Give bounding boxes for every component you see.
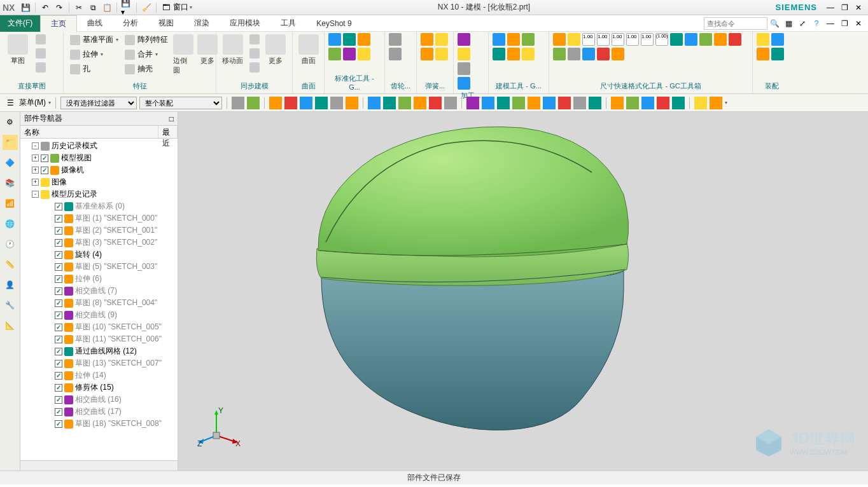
tree-item[interactable]: -历史记录模式 bbox=[20, 140, 178, 152]
tree-item[interactable]: 拉伸 (6) bbox=[20, 273, 178, 285]
tree-item[interactable]: 通过曲线网格 (12) bbox=[20, 345, 178, 357]
tab-curve[interactable]: 曲线 bbox=[77, 15, 113, 32]
drafting-icon[interactable]: 📐 bbox=[3, 318, 18, 333]
checkbox[interactable] bbox=[55, 203, 62, 210]
checkbox[interactable] bbox=[55, 312, 62, 319]
checkbox[interactable] bbox=[55, 348, 62, 355]
tree-item[interactable]: 相交曲线 (16) bbox=[20, 394, 178, 406]
checkbox[interactable] bbox=[55, 336, 62, 343]
undo-icon[interactable]: ↶ bbox=[39, 2, 51, 13]
tree-item[interactable]: 旋转 (4) bbox=[20, 249, 178, 261]
tab-app[interactable]: 应用模块 bbox=[220, 15, 270, 32]
checkbox[interactable] bbox=[55, 275, 62, 283]
tab-render[interactable]: 渲染 bbox=[184, 15, 220, 32]
checkbox[interactable] bbox=[41, 167, 48, 174]
hd3d-icon[interactable]: 📶 bbox=[3, 196, 18, 211]
window-icon[interactable]: 🗔 bbox=[160, 2, 172, 13]
checkbox[interactable] bbox=[55, 299, 62, 307]
roles-icon[interactable]: 👤 bbox=[3, 277, 18, 292]
nav-tab-icon[interactable]: 📁 bbox=[3, 135, 18, 150]
file-menu[interactable]: 文件(F) bbox=[0, 15, 40, 32]
cut-icon[interactable]: ✂ bbox=[73, 2, 85, 13]
tree-item[interactable]: 草图 (8) "SKETCH_004" bbox=[20, 297, 178, 309]
tab-keyshot[interactable]: KeyShot 9 bbox=[306, 15, 361, 32]
save2-icon[interactable]: 💾▾ bbox=[121, 2, 132, 13]
checkbox[interactable] bbox=[55, 263, 62, 271]
moveface-button[interactable]: 移动面 bbox=[220, 33, 246, 67]
tree-item[interactable]: -模型历史记录 bbox=[20, 188, 178, 200]
save-icon[interactable]: 💾 bbox=[20, 2, 31, 13]
reuse-icon[interactable]: 📚 bbox=[3, 175, 18, 191]
nav-close-icon[interactable]: □ bbox=[169, 114, 174, 123]
tree-item[interactable]: 拉伸 (14) bbox=[20, 369, 178, 381]
sketch-sm3[interactable] bbox=[33, 61, 48, 74]
tree-item[interactable]: 修剪体 (15) bbox=[20, 381, 178, 394]
checkbox[interactable] bbox=[55, 384, 62, 392]
nav-scrollbar[interactable] bbox=[20, 460, 178, 470]
doc-minimize-button[interactable]: — bbox=[824, 17, 837, 30]
expand-icon[interactable]: + bbox=[32, 167, 39, 174]
checkbox[interactable] bbox=[55, 420, 62, 428]
checkbox[interactable] bbox=[55, 324, 62, 331]
chamfer-button[interactable]: 边倒圆 bbox=[172, 33, 195, 76]
checkbox[interactable] bbox=[55, 227, 62, 235]
copy-icon[interactable]: ⧉ bbox=[87, 2, 99, 13]
help-icon[interactable]: ? bbox=[810, 17, 823, 30]
tree-item[interactable]: 草图 (18) "SKETCH_008" bbox=[20, 418, 178, 430]
hole[interactable]: 孔 bbox=[67, 62, 121, 76]
close-button[interactable]: ✕ bbox=[852, 2, 865, 13]
expand-icon[interactable]: - bbox=[32, 191, 39, 198]
viewport[interactable]: Y X Z 3D世界网 WWW.3DSJW.COM bbox=[178, 112, 868, 470]
doc-restore-button[interactable]: ❐ bbox=[838, 17, 851, 30]
col-recent[interactable]: 最近 bbox=[158, 126, 178, 138]
expand-icon[interactable]: + bbox=[32, 154, 39, 161]
tree-item[interactable]: 草图 (11) "SKETCH_006" bbox=[20, 333, 178, 345]
layout-icon[interactable]: ▦ bbox=[782, 17, 795, 30]
checkbox[interactable] bbox=[55, 360, 62, 367]
maximize-button[interactable]: ❐ bbox=[838, 2, 851, 13]
tree-item[interactable]: 相交曲线 (17) bbox=[20, 406, 178, 418]
tree-item[interactable]: +图像 bbox=[20, 176, 178, 188]
constraint-icon[interactable]: 🔷 bbox=[3, 155, 18, 170]
nav-tree[interactable]: -历史记录模式+模型视图+摄像机+图像-模型历史记录基准坐标系 (0)草图 (1… bbox=[20, 139, 178, 460]
settings-icon[interactable]: ⚙ bbox=[3, 114, 18, 130]
tree-item[interactable]: 草图 (3) "SKETCH_002" bbox=[20, 237, 178, 249]
search-input[interactable] bbox=[704, 17, 767, 30]
checkbox[interactable] bbox=[55, 287, 62, 295]
checkbox[interactable] bbox=[55, 408, 62, 416]
datum-plane[interactable]: 基准平面▾ bbox=[67, 33, 121, 46]
expand-icon[interactable]: ⤢ bbox=[796, 17, 809, 30]
browser-icon[interactable]: 🌐 bbox=[3, 216, 18, 231]
checkbox[interactable] bbox=[41, 154, 48, 162]
sketch-sm1[interactable] bbox=[33, 33, 48, 46]
menu-button[interactable]: 菜单(M) bbox=[19, 97, 46, 108]
pattern[interactable]: 阵列特征 bbox=[122, 33, 171, 46]
checkbox[interactable] bbox=[55, 396, 62, 404]
tree-item[interactable]: 相交曲线 (9) bbox=[20, 309, 178, 321]
extrude[interactable]: 拉伸▾ bbox=[67, 48, 121, 61]
tree-item[interactable]: 草图 (1) "SKETCH_000" bbox=[20, 212, 178, 224]
tab-tools[interactable]: 工具 bbox=[270, 15, 306, 32]
tree-item[interactable]: 草图 (13) "SKETCH_007" bbox=[20, 357, 178, 369]
tree-item[interactable]: 草图 (10) "SKETCH_005" bbox=[20, 321, 178, 333]
measure-icon[interactable]: 📏 bbox=[3, 257, 18, 272]
tab-analysis[interactable]: 分析 bbox=[113, 15, 148, 32]
tree-item[interactable]: +模型视图 bbox=[20, 152, 178, 164]
redo-icon[interactable]: ↷ bbox=[53, 2, 65, 13]
union[interactable]: 合并▾ bbox=[122, 48, 171, 61]
paste-icon[interactable]: 📋 bbox=[101, 2, 113, 13]
tab-home[interactable]: 主页 bbox=[40, 15, 77, 32]
eraser-icon[interactable]: 🧹 bbox=[141, 2, 152, 13]
more1-button[interactable]: 更多 bbox=[196, 33, 219, 67]
sketch-button[interactable]: 草图 bbox=[4, 33, 32, 67]
more2-button[interactable]: 更多 bbox=[263, 33, 289, 67]
window-label[interactable]: 窗口 bbox=[173, 2, 188, 13]
axis-triad[interactable]: Y X Z bbox=[197, 407, 242, 451]
scope-select[interactable]: 整个装配 bbox=[139, 97, 222, 109]
shell[interactable]: 抽壳 bbox=[122, 62, 171, 76]
sketch-sm2[interactable] bbox=[33, 47, 48, 60]
menu-dropdown-icon[interactable]: ☰ bbox=[4, 97, 17, 109]
history-icon[interactable]: 🕐 bbox=[3, 237, 18, 252]
surface-button[interactable]: 曲面 bbox=[297, 33, 320, 67]
checkbox[interactable] bbox=[55, 251, 62, 259]
